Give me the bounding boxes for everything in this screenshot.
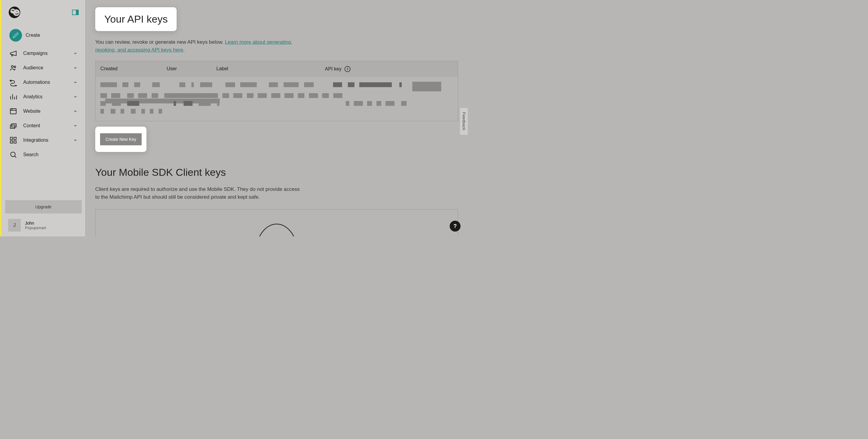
nav-label: Website <box>23 109 73 114</box>
upgrade-button[interactable]: Upgrade <box>5 200 82 213</box>
svg-point-5 <box>17 11 18 12</box>
svg-point-7 <box>14 66 16 67</box>
egg-illustration <box>251 221 302 236</box>
th-user: User <box>167 66 216 72</box>
chevron-down-icon <box>73 95 78 99</box>
svg-point-17 <box>10 152 15 156</box>
sdk-description: Client keys are required to authorize an… <box>95 185 300 201</box>
sdk-empty-box <box>95 209 458 236</box>
search-icon <box>9 151 17 158</box>
table-body <box>96 77 458 121</box>
feedback-tab[interactable]: Feedback <box>460 108 468 135</box>
mailchimp-logo[interactable] <box>8 6 21 19</box>
create-new-key-button[interactable]: Create New Key <box>100 133 142 145</box>
page-title: Your API keys <box>104 13 167 25</box>
svg-point-3 <box>12 10 13 11</box>
th-apikey: API key i <box>325 66 453 72</box>
sidebar-item-automations[interactable]: Automations <box>5 76 82 89</box>
svg-rect-10 <box>10 109 16 114</box>
chevron-down-icon <box>73 80 78 84</box>
chevron-down-icon <box>73 138 78 142</box>
api-keys-table: Created User Label API key i <box>95 61 458 121</box>
th-label: Label <box>216 66 325 72</box>
user-profile[interactable]: J John Popupsmart <box>5 219 82 232</box>
chevron-down-icon <box>73 66 78 70</box>
nav-label: Campaigns <box>23 51 73 56</box>
nav-label: Search <box>23 152 78 157</box>
sidebar-item-campaigns[interactable]: Campaigns <box>5 47 82 60</box>
bar-chart-icon <box>9 93 17 101</box>
page-description: You can review, revoke or generate new A… <box>95 38 300 54</box>
svg-rect-12 <box>12 124 16 127</box>
grid-icon <box>9 136 17 144</box>
help-button[interactable]: ? <box>450 221 461 232</box>
svg-rect-14 <box>14 137 16 140</box>
sidebar-item-content[interactable]: Content <box>5 119 82 133</box>
sdk-section-title: Your Mobile SDK Client keys <box>95 167 458 178</box>
table-header: Created User Label API key i <box>96 61 458 77</box>
chevron-down-icon <box>73 109 78 113</box>
browser-icon <box>9 107 17 115</box>
create-button[interactable]: Create <box>5 29 82 41</box>
sidebar-item-search[interactable]: Search <box>5 148 82 162</box>
main-content: Your API keys You can review, revoke or … <box>86 0 468 236</box>
workflow-icon <box>9 78 17 86</box>
pencil-icon <box>9 29 22 41</box>
sidebar-toggle-icon[interactable] <box>72 10 79 15</box>
sidebar-item-audience[interactable]: Audience <box>5 61 82 75</box>
nav-label: Automations <box>23 80 73 85</box>
sidebar-item-website[interactable]: Website <box>5 104 82 118</box>
svg-point-9 <box>16 85 17 86</box>
create-key-highlight: Create New Key <box>95 127 147 152</box>
nav-label: Integrations <box>23 138 73 143</box>
svg-point-18 <box>255 224 298 236</box>
user-org: Popupsmart <box>25 226 46 230</box>
chevron-down-icon <box>73 124 78 128</box>
sidebar-item-analytics[interactable]: Analytics <box>5 90 82 104</box>
chevron-down-icon <box>73 51 78 56</box>
nav-label: Create <box>26 33 78 38</box>
th-apikey-text: API key <box>325 66 341 72</box>
user-name: John <box>25 221 46 226</box>
svg-rect-16 <box>14 141 16 143</box>
svg-rect-15 <box>10 141 13 143</box>
svg-point-4 <box>13 10 14 11</box>
nav-label: Analytics <box>23 94 73 99</box>
nav-label: Content <box>23 123 73 128</box>
th-created: Created <box>100 66 167 72</box>
desc-suffix: . <box>183 47 185 53</box>
svg-point-6 <box>11 65 13 67</box>
nav-menu: Create Campaigns Audience <box>1 22 85 197</box>
nav-label: Audience <box>23 65 73 70</box>
info-icon[interactable]: i <box>344 66 350 72</box>
desc-text: You can review, revoke or generate new A… <box>95 39 225 45</box>
megaphone-icon <box>9 50 17 57</box>
svg-rect-11 <box>10 125 15 128</box>
svg-rect-13 <box>10 137 13 140</box>
page-title-highlight: Your API keys <box>95 7 177 31</box>
users-icon <box>9 64 17 72</box>
sidebar-item-integrations[interactable]: Integrations <box>5 133 82 147</box>
avatar: J <box>8 219 21 232</box>
sidebar: Create Campaigns Audience <box>1 0 86 236</box>
layers-icon <box>9 122 17 130</box>
